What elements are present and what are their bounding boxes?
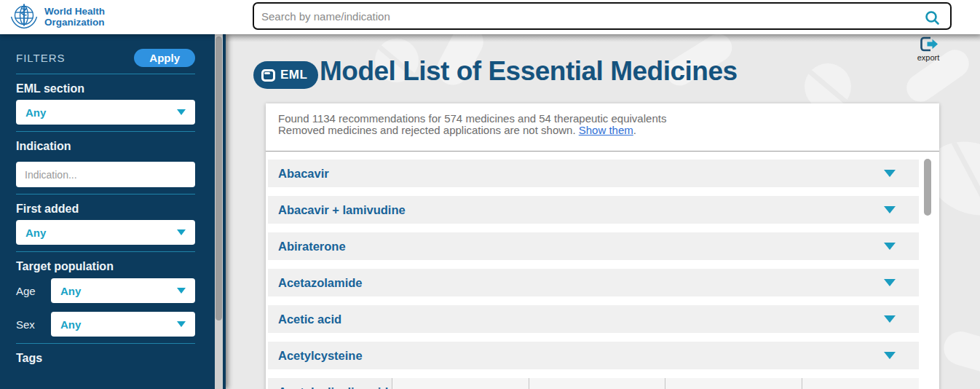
medicine-name-cell: Acetylsalicylic acid bbox=[268, 378, 392, 389]
medicine-name: Acetylsalicylic acid bbox=[278, 385, 388, 389]
show-them-link[interactable]: Show them bbox=[579, 124, 633, 136]
chevron-down-icon bbox=[884, 352, 896, 359]
sex-value: Any bbox=[60, 318, 81, 331]
app-window: World Health Organization FILTERS Apply … bbox=[0, 0, 980, 389]
export-button[interactable]: export bbox=[910, 36, 947, 62]
chevron-down-icon bbox=[177, 288, 186, 294]
medicine-row[interactable]: Abacavir + lamivudine bbox=[268, 196, 919, 224]
medicine-name: Abacavir bbox=[278, 167, 329, 181]
chevron-down-icon bbox=[884, 279, 896, 286]
export-label: export bbox=[910, 53, 947, 62]
medicine-row[interactable]: Abiraterone bbox=[268, 232, 919, 260]
medicine-name: Acetazolamide bbox=[278, 276, 363, 290]
apply-button[interactable]: Apply bbox=[134, 49, 195, 67]
sex-label: Sex bbox=[16, 318, 51, 331]
age-value: Any bbox=[60, 285, 81, 297]
who-emblem-icon bbox=[9, 1, 39, 32]
filters-sidebar: FILTERS Apply EML section Any Indication… bbox=[0, 34, 226, 389]
table-cell bbox=[665, 378, 802, 389]
eml-pill-icon bbox=[261, 69, 275, 82]
top-header: World Health Organization bbox=[0, 0, 980, 34]
first-added-label: First added bbox=[16, 203, 195, 216]
first-added-value: Any bbox=[25, 227, 46, 239]
medicine-name: Acetylcysteine bbox=[278, 349, 363, 363]
table-cell bbox=[529, 378, 665, 389]
who-logo[interactable]: World Health Organization bbox=[9, 1, 105, 32]
chevron-down-icon bbox=[884, 315, 896, 323]
eml-badge: EML bbox=[253, 61, 318, 89]
medicine-name: Abiraterone bbox=[278, 240, 346, 254]
eml-section-label: EML section bbox=[16, 82, 195, 95]
sidebar-scrollbar[interactable] bbox=[215, 34, 223, 389]
indication-label: Indication bbox=[16, 140, 195, 153]
indication-input[interactable] bbox=[16, 162, 195, 187]
medicine-row[interactable]: Acetylcysteine bbox=[268, 342, 919, 369]
list-scrollbar-thumb[interactable] bbox=[924, 159, 931, 216]
table-cell bbox=[392, 378, 529, 389]
filters-title: FILTERS bbox=[16, 52, 66, 64]
main-content: export EML Model List of Essential Medic… bbox=[226, 34, 980, 389]
summary-line1: Found 1134 recommendations for 574 medic… bbox=[278, 113, 666, 125]
search-input[interactable] bbox=[254, 4, 950, 28]
age-label: Age bbox=[16, 285, 51, 297]
chevron-down-icon bbox=[177, 109, 186, 115]
target-population-label: Target population bbox=[16, 260, 195, 273]
results-summary: Found 1134 recommendations for 574 medic… bbox=[278, 113, 666, 135]
page-title: Model List of Essential Medicines bbox=[320, 56, 738, 87]
medicine-row[interactable]: Acetazolamide bbox=[268, 269, 919, 296]
chevron-down-icon bbox=[177, 321, 186, 327]
search-bar bbox=[253, 2, 952, 30]
medicine-row-partial[interactable]: Acetylsalicylic acid bbox=[268, 378, 919, 389]
medicine-row[interactable]: Abacavir bbox=[268, 160, 919, 187]
eml-badge-label: EML bbox=[280, 68, 307, 82]
search-icon[interactable] bbox=[924, 9, 941, 27]
medicine-list: AbacavirAbacavir + lamivudineAbiraterone… bbox=[268, 160, 919, 389]
sex-dropdown[interactable]: Any bbox=[51, 312, 195, 337]
medicine-row[interactable]: Acetic acid bbox=[268, 305, 919, 333]
header-shadow bbox=[226, 34, 980, 42]
medicine-name: Acetic acid bbox=[278, 313, 341, 326]
medicine-name: Abacavir + lamivudine bbox=[278, 203, 406, 217]
chevron-down-icon bbox=[177, 229, 186, 235]
export-icon bbox=[918, 36, 938, 52]
who-logo-line2: Organization bbox=[44, 17, 105, 28]
chevron-down-icon bbox=[884, 243, 896, 250]
chevron-down-icon bbox=[884, 170, 896, 177]
watermark-capsule-icon bbox=[940, 328, 980, 384]
first-added-dropdown[interactable]: Any bbox=[16, 220, 195, 245]
age-dropdown[interactable]: Any bbox=[51, 278, 195, 303]
table-cell bbox=[802, 378, 919, 389]
eml-section-value: Any bbox=[25, 106, 46, 119]
results-card: Found 1134 recommendations for 574 medic… bbox=[266, 103, 939, 389]
eml-section-dropdown[interactable]: Any bbox=[16, 100, 195, 125]
who-logo-line1: World Health bbox=[44, 6, 105, 17]
sidebar-scrollbar-thumb[interactable] bbox=[216, 36, 222, 321]
list-divider bbox=[266, 151, 939, 152]
summary-line2: Removed medicines and rejected applicati… bbox=[278, 125, 666, 136]
tags-label: Tags bbox=[16, 352, 195, 365]
chevron-down-icon bbox=[884, 206, 896, 213]
